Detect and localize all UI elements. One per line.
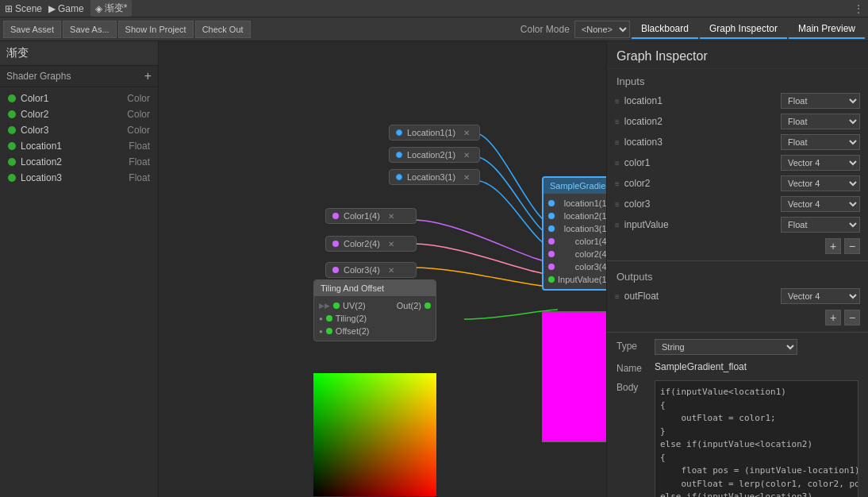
close-loc2[interactable]: ✕ xyxy=(463,151,470,160)
shader-graphs-label: Shader Graphs xyxy=(6,71,71,82)
divider2 xyxy=(607,332,868,333)
shader-icon: ◈ xyxy=(95,3,102,14)
row-handle: ≡ xyxy=(615,292,620,301)
port-cf-c3 xyxy=(548,264,555,270)
c1-type-select[interactable]: Vector 4 xyxy=(781,155,860,171)
inspector-row-c2: ≡ color2 Vector 4 xyxy=(607,173,868,194)
cf-row-c3: color3(4) xyxy=(548,260,606,273)
name-value: SampleGradient_float xyxy=(655,361,858,372)
left-panel: 渐变 Shader Graphs + Color1 Color Color2 C… xyxy=(0,41,159,497)
cf-row-iv: InputValue(1) xyxy=(548,273,606,286)
dot-loc1 xyxy=(8,142,16,150)
cf-row-loc1: location1(1) xyxy=(548,197,606,210)
loc1-type-select[interactable]: Float xyxy=(781,93,860,109)
close-color2[interactable]: ✕ xyxy=(388,240,394,248)
color-mode-label: Color Mode xyxy=(520,24,570,35)
list-item: Color1 Color xyxy=(0,91,158,106)
c3-type-select[interactable]: Vector 4 xyxy=(781,196,860,212)
port-cf-iv xyxy=(548,276,555,283)
iv-type-select[interactable]: Float xyxy=(781,217,860,233)
list-item: Color3 Color xyxy=(0,122,158,138)
outfloat-type-select[interactable]: Vector 4 xyxy=(781,288,860,304)
check-out-button[interactable]: Check Out xyxy=(195,21,251,38)
cf-row-c2: color2(4) xyxy=(548,248,606,260)
graph-inspector-title: Graph Inspector xyxy=(607,41,868,69)
row-handle: ≡ xyxy=(615,118,620,126)
menu-scene[interactable]: ⊞ Scene xyxy=(5,3,42,14)
port-cf-loc2 xyxy=(548,213,555,219)
c2-type-select[interactable]: Vector 4 xyxy=(781,175,860,191)
tiling-row-tiling: ● Tiling(2) xyxy=(319,312,431,325)
inspector-row-c1: ≡ color1 Vector 4 xyxy=(607,152,868,173)
gradient-canvas xyxy=(313,373,436,496)
name-label: Name xyxy=(616,361,648,374)
tab-blackboard[interactable]: Blackboard xyxy=(632,20,698,39)
menu-game[interactable]: ▶ Game xyxy=(48,3,84,14)
type-select[interactable]: String xyxy=(655,339,797,355)
tab-main-preview[interactable]: Main Preview xyxy=(789,20,865,39)
color-mode-select[interactable]: <None> xyxy=(574,21,630,38)
add-output-button[interactable]: + xyxy=(825,310,841,326)
body-row: Body if(inputValue<location1) { outFloat… xyxy=(607,377,868,497)
port-cf-loc1 xyxy=(548,200,555,206)
loc3-type-select[interactable]: Float xyxy=(781,134,860,150)
port-uv-in xyxy=(333,302,340,309)
port-loc3-out xyxy=(396,174,402,180)
graph-inspector-panel: Graph Inspector Inputs ≡ location1 Float… xyxy=(606,41,868,497)
scene-label[interactable]: Scene xyxy=(15,3,42,14)
port-cf-c1 xyxy=(548,238,555,245)
menu-shaderfile[interactable]: ◈ 渐变* xyxy=(90,0,133,17)
location3-node[interactable]: Location3(1) ✕ xyxy=(389,169,480,185)
tab-graph-inspector[interactable]: Graph Inspector xyxy=(700,20,787,39)
canvas-area[interactable]: Location1(1) ✕ Location2(1) ✕ Location3(… xyxy=(159,41,606,497)
tiling-offset-node[interactable]: Tiling And Offset ▶▶ UV(2) Out(2) xyxy=(313,279,436,341)
cf-row-loc3: location3(1) xyxy=(548,222,606,235)
custom-function-node[interactable]: SampleGradient_float (Custom Function) l… xyxy=(542,176,606,291)
dot-color3 xyxy=(8,126,16,134)
show-in-project-button[interactable]: Show In Project xyxy=(118,21,194,38)
port-color1-out xyxy=(332,213,339,219)
color3-node[interactable]: Color3(4) ✕ xyxy=(325,262,417,278)
port-tiling-in xyxy=(326,315,332,322)
game-label[interactable]: Game xyxy=(58,3,84,14)
close-loc3[interactable]: ✕ xyxy=(463,173,470,182)
dot-color1 xyxy=(8,94,16,102)
list-item: Location3 Float xyxy=(0,170,158,186)
outputs-actions: + − xyxy=(607,306,868,329)
inspector-row-loc3: ≡ location3 Float xyxy=(607,132,868,152)
name-row: Name SampleGradient_float xyxy=(607,358,868,377)
list-item: Location1 Float xyxy=(0,138,158,154)
location2-node[interactable]: Location2(1) ✕ xyxy=(389,147,480,163)
port-loc2-out xyxy=(396,152,402,158)
tiling-node-body: ▶▶ UV(2) Out(2) ● Tiling( xyxy=(314,296,436,341)
add-property-button[interactable]: + xyxy=(144,69,152,83)
remove-input-button[interactable]: − xyxy=(844,238,860,254)
inspector-row-iv: ≡ inputValue Float xyxy=(607,214,868,235)
body-text[interactable]: if(inputValue<location1) { outFloat = co… xyxy=(655,380,858,497)
left-title: 渐变 xyxy=(0,41,158,66)
save-asset-button[interactable]: Save Asset xyxy=(3,21,61,38)
add-input-button[interactable]: + xyxy=(825,238,841,254)
close-color3[interactable]: ✕ xyxy=(388,266,394,275)
type-row: Type String xyxy=(607,336,868,358)
tiling-row-offset: ● Offset(2) xyxy=(319,325,431,337)
color2-node[interactable]: Color2(4) ✕ xyxy=(325,236,417,252)
tiling-row-uv: ▶▶ UV(2) Out(2) xyxy=(319,299,431,312)
save-as-button[interactable]: Save As... xyxy=(63,21,117,38)
cf-inputs: location1(1) location2(1) location3(1) xyxy=(548,197,606,286)
inspector-row-loc1: ≡ location1 Float xyxy=(607,91,868,111)
list-item: Color2 Color xyxy=(0,106,158,122)
graph-inspector-content[interactable]: Inputs ≡ location1 Float ≡ location2 Flo… xyxy=(607,69,868,497)
port-cf-loc3 xyxy=(548,225,555,232)
remove-output-button[interactable]: − xyxy=(844,310,860,326)
inspector-row-outfloat: ≡ outFloat Vector 4 xyxy=(607,286,868,306)
port-color2-out xyxy=(332,241,339,247)
graph-canvas[interactable]: Location1(1) ✕ Location2(1) ✕ Location3(… xyxy=(159,41,606,497)
color1-node[interactable]: Color1(4) ✕ xyxy=(325,208,417,224)
menu-dots[interactable]: ⋮ xyxy=(854,3,863,14)
close-loc1[interactable]: ✕ xyxy=(463,129,470,137)
inspector-row-loc2: ≡ location2 Float xyxy=(607,111,868,132)
location1-node[interactable]: Location1(1) ✕ xyxy=(389,125,480,141)
loc2-type-select[interactable]: Float xyxy=(781,114,860,129)
close-color1[interactable]: ✕ xyxy=(388,212,394,221)
